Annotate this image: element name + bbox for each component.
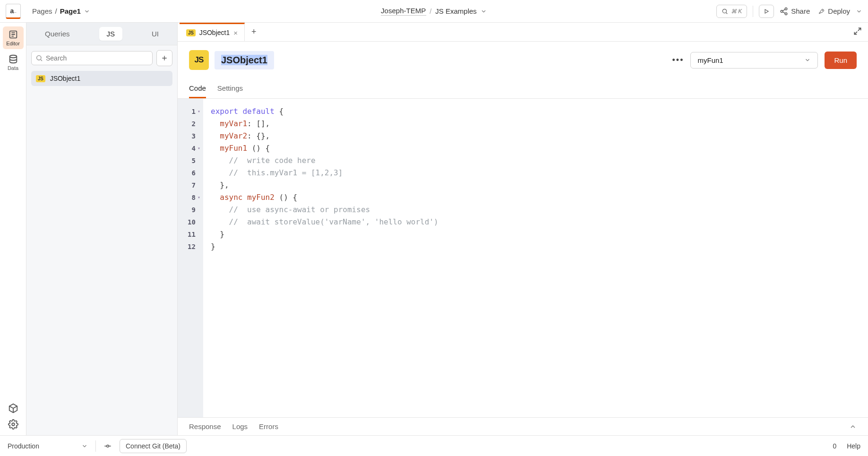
editor-area: JS JSObject1 × + JS JSObject1 ••• myFun1… <box>178 23 868 435</box>
segment-queries[interactable]: Queries <box>37 27 77 41</box>
close-icon[interactable]: × <box>233 29 238 37</box>
share-label: Share <box>791 7 810 15</box>
function-selected-label: myFun1 <box>697 56 723 64</box>
svg-point-8 <box>37 56 41 60</box>
breadcrumb-sep-2: / <box>430 7 431 15</box>
error-count[interactable]: 0 <box>830 442 836 450</box>
sidebar-segment: Queries JS UI <box>26 23 177 45</box>
gear-icon[interactable] <box>8 419 18 430</box>
editor-icon <box>8 29 18 40</box>
chevron-down-icon <box>81 443 88 449</box>
top-right-controls: ⌘ K Share Deploy <box>716 5 862 18</box>
search-box[interactable] <box>31 51 153 65</box>
workspace-name[interactable]: Joseph-TEMP <box>381 7 426 16</box>
divider <box>753 6 753 17</box>
svg-point-2 <box>781 10 783 12</box>
rocket-icon <box>818 8 825 15</box>
object-name-input[interactable]: JSObject1 <box>215 51 274 69</box>
chevron-down-icon[interactable] <box>481 8 487 15</box>
run-button[interactable]: Run <box>825 52 857 69</box>
left-rail: Editor Data <box>0 23 26 435</box>
breadcrumb-sep: / <box>55 7 57 15</box>
top-bar: a_ Pages / Page1 Joseph-TEMP / JS Exampl… <box>0 0 868 23</box>
segment-ui[interactable]: UI <box>144 27 166 41</box>
chevron-down-icon[interactable] <box>856 8 862 15</box>
app-name[interactable]: JS Examples <box>435 7 477 15</box>
svg-point-7 <box>12 423 15 426</box>
breadcrumb[interactable]: Pages / Page1 <box>32 7 90 15</box>
app-breadcrumb[interactable]: Joseph-TEMP / JS Examples <box>381 7 487 16</box>
deploy-label: Deploy <box>828 7 850 15</box>
bottom-tab-response[interactable]: Response <box>189 422 221 430</box>
object-subtabs: Code Settings <box>178 79 868 99</box>
js-object-icon: JS <box>189 50 209 70</box>
object-header: JS JSObject1 ••• myFun1 Run <box>178 42 868 75</box>
share-icon <box>780 7 788 16</box>
js-object-list: JS JSObject1 <box>26 71 177 86</box>
help-button[interactable]: Help <box>844 442 860 450</box>
svg-point-3 <box>785 13 788 15</box>
list-item[interactable]: JS JSObject1 <box>31 71 172 86</box>
maximize-icon[interactable] <box>853 26 862 36</box>
search-icon <box>722 8 728 15</box>
add-tab-button[interactable]: + <box>245 27 263 37</box>
js-badge-icon: JS <box>186 29 196 36</box>
share-button[interactable]: Share <box>780 7 810 16</box>
chevron-down-icon <box>804 57 811 63</box>
list-item-label: JSObject1 <box>50 75 81 82</box>
svg-point-9 <box>107 445 109 447</box>
svg-point-0 <box>722 9 726 13</box>
sidebar-panel: Queries JS UI JS JSObject1 <box>26 23 178 435</box>
git-commit-icon[interactable] <box>103 442 112 450</box>
plus-icon <box>161 54 168 62</box>
chevron-up-icon[interactable] <box>849 423 857 430</box>
subtab-settings[interactable]: Settings <box>217 79 243 98</box>
subtab-code[interactable]: Code <box>189 79 206 98</box>
preview-button[interactable] <box>759 5 774 18</box>
database-icon <box>8 54 18 64</box>
rail-data-label: Data <box>8 65 18 71</box>
connect-git-button[interactable]: Connect Git (Beta) <box>120 439 187 453</box>
play-icon <box>763 8 770 15</box>
function-select[interactable]: myFun1 <box>690 52 818 69</box>
search-icon <box>35 54 43 62</box>
environment-label: Production <box>8 442 39 450</box>
bottom-tab-logs[interactable]: Logs <box>232 422 248 430</box>
editor-tabs: JS JSObject1 × + <box>178 23 868 42</box>
bottom-panel: Response Logs Errors <box>178 417 868 435</box>
more-menu-button[interactable]: ••• <box>672 55 684 65</box>
add-js-button[interactable] <box>156 50 172 66</box>
app-logo[interactable]: a_ <box>6 4 21 19</box>
environment-select[interactable]: Production <box>8 442 88 450</box>
editor-tab-label: JSObject1 <box>199 29 230 36</box>
search-input[interactable] <box>46 54 148 62</box>
editor-tab[interactable]: JS JSObject1 × <box>180 23 245 41</box>
segment-js[interactable]: JS <box>99 27 123 41</box>
breadcrumb-root[interactable]: Pages <box>32 7 52 15</box>
bottom-tab-errors[interactable]: Errors <box>259 422 278 430</box>
js-badge-icon: JS <box>36 75 45 82</box>
help-label: Help <box>847 442 860 450</box>
omnibar-button[interactable]: ⌘ K <box>716 5 747 18</box>
code-body[interactable]: export default { myVar1: [], myVar2: {},… <box>203 99 446 417</box>
omnibar-shortcut: ⌘ K <box>731 8 742 15</box>
package-icon[interactable] <box>8 403 18 413</box>
connect-git-label: Connect Git (Beta) <box>126 442 180 450</box>
svg-point-4 <box>822 10 823 10</box>
svg-point-6 <box>9 55 17 58</box>
rail-tab-data[interactable]: Data <box>3 51 24 74</box>
status-bar: Production Connect Git (Beta) 0 Help <box>0 435 868 456</box>
code-gutter: 1▾2▾3▾4▾5▾6▾7▾8▾9▾10▾11▾12▾ <box>178 99 203 417</box>
error-count-value: 0 <box>833 442 836 450</box>
breadcrumb-page[interactable]: Page1 <box>60 7 81 15</box>
chevron-down-icon[interactable] <box>84 8 90 15</box>
rail-tab-editor[interactable]: Editor <box>3 26 24 49</box>
code-editor[interactable]: 1▾2▾3▾4▾5▾6▾7▾8▾9▾10▾11▾12▾ export defau… <box>178 99 868 417</box>
deploy-button[interactable]: Deploy <box>816 7 862 15</box>
divider <box>95 440 96 452</box>
svg-point-1 <box>785 8 788 10</box>
rail-editor-label: Editor <box>6 41 20 46</box>
